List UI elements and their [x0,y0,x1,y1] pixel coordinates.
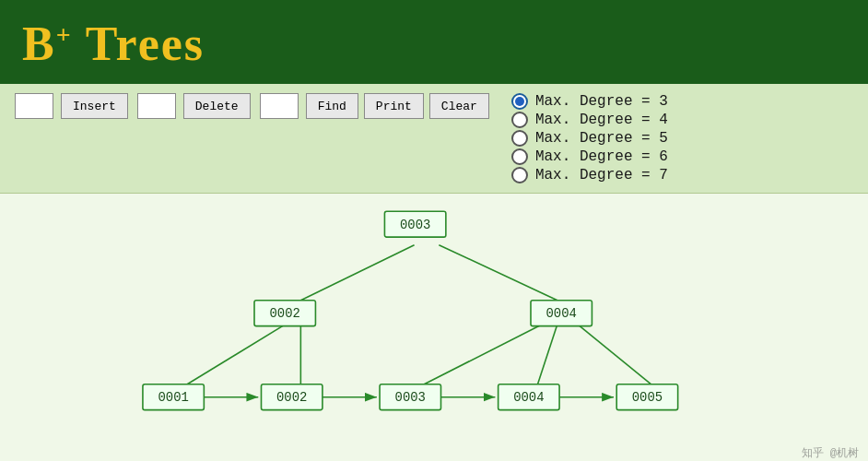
degree-option-0[interactable]: Max. Degree = 3 [511,93,668,110]
clear-button[interactable]: Clear [429,93,489,119]
svg-line-5 [424,324,543,384]
print-button[interactable]: Print [364,93,424,119]
degree-label-0: Max. Degree = 3 [535,93,668,110]
degree-label-1: Max. Degree = 4 [535,112,668,128]
delete-button[interactable]: Delete [183,93,251,119]
find-input[interactable] [260,93,299,119]
radio-circle-2 [511,130,528,147]
degree-option-4[interactable]: Max. Degree = 7 [511,167,668,183]
insert-button[interactable]: Insert [61,93,128,119]
tree-svg: 0003 0002 0004 0001 0002 0003 0004 0005 [0,194,868,461]
degree-options: Max. Degree = 3Max. Degree = 4Max. Degre… [511,93,668,183]
header: B+ Trees [0,0,868,84]
radio-circle-3 [511,148,528,165]
degree-option-2[interactable]: Max. Degree = 5 [511,130,668,147]
insert-input[interactable] [15,93,53,119]
svg-line-2 [439,245,557,301]
svg-line-6 [538,324,557,384]
svg-line-1 [300,245,414,301]
superscript: + [56,20,73,49]
left-mid-node-label: 0002 [270,306,300,321]
radio-circle-0 [511,93,528,110]
degree-option-1[interactable]: Max. Degree = 4 [511,112,668,128]
radio-circle-1 [511,112,528,128]
degree-label-2: Max. Degree = 5 [535,130,668,147]
right-mid-node-label: 0004 [546,306,577,321]
root-node-label: 0003 [400,218,430,232]
delete-input[interactable] [137,93,176,119]
svg-line-3 [187,324,286,384]
leaf5-label: 0005 [632,390,663,405]
tree-visualization: 0003 0002 0004 0001 0002 0003 0004 0005 [0,194,868,461]
app-title: B+ Trees [22,17,205,71]
leaf3-label: 0003 [395,390,426,405]
find-button[interactable]: Find [306,93,358,119]
leaf1-label: 0001 [158,390,188,405]
degree-option-3[interactable]: Max. Degree = 6 [511,148,668,165]
degree-label-3: Max. Degree = 6 [535,148,668,165]
degree-label-4: Max. Degree = 7 [535,167,668,183]
svg-line-7 [577,324,651,384]
radio-circle-4 [511,167,528,183]
leaf4-label: 0004 [513,390,544,405]
leaf2-label: 0002 [276,390,307,405]
